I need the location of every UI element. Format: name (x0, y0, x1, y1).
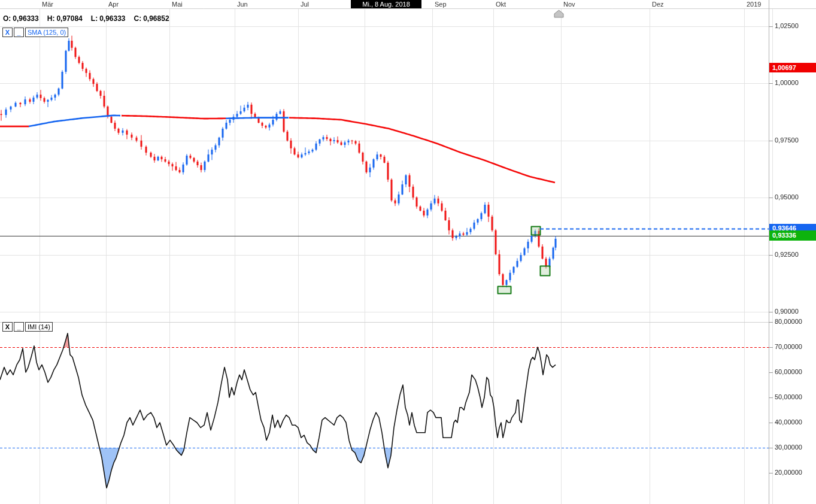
oscillator-axis-label: 80,00000 (775, 318, 802, 325)
price-axis-label: 0,97500 (775, 136, 799, 144)
open-label: O: (3, 14, 11, 23)
high-value: 0,97084 (56, 14, 82, 23)
price-axis-label: 0,95000 (775, 193, 799, 201)
sma-legend: X _ SMA (125, 0) (2, 28, 68, 37)
oscillator-axis-label: 30,00000 (775, 444, 802, 451)
ohlc-readout: O:0,96333H:0,97084L:0,96333C:0,96852 (3, 14, 178, 23)
imi-legend: X _ IMI (14) (2, 322, 53, 332)
low-value: 0,96333 (99, 14, 125, 23)
oscillator-axis-label: 40,00000 (775, 418, 802, 426)
month-label: Sep (435, 0, 447, 8)
month-label: Nov (563, 0, 575, 8)
price-axis-label: 1,02500 (775, 22, 799, 29)
price-axis-label: 1,00000 (775, 79, 799, 86)
month-label: Apr (108, 0, 119, 8)
price-tag: 1,00697 (769, 63, 816, 72)
sma-legend-label[interactable]: SMA (125, 0) (25, 28, 68, 37)
imi-legend-label[interactable]: IMI (14) (25, 322, 53, 332)
imi-close-button[interactable]: X (2, 322, 13, 332)
oscillator-axis-label: 50,00000 (775, 393, 802, 400)
month-label: Mai (172, 0, 183, 8)
price-chart-canvas[interactable] (0, 0, 816, 504)
close-label: C: (134, 14, 142, 23)
month-label: Jul (301, 0, 309, 8)
selected-date-box: Mi., 8 Aug. 2018 (351, 0, 421, 8)
price-axis-label: 0,90000 (775, 308, 799, 315)
low-label: L: (91, 14, 98, 23)
month-label: Mär (42, 0, 53, 8)
sma-minimize-button[interactable]: _ (14, 28, 24, 37)
open-value: 0,96333 (13, 14, 38, 23)
price-tag: 0,93336 (769, 230, 816, 241)
scroll-to-end-marker[interactable] (554, 10, 565, 19)
sma-close-button[interactable]: X (2, 28, 13, 37)
month-label: Jun (237, 0, 248, 8)
price-axis-label: 0,92500 (775, 251, 799, 258)
imi-minimize-button[interactable]: _ (14, 322, 24, 332)
chart-window: MärAprMaiJunJulSepOktNovDez2019 Mi., 8 A… (0, 0, 816, 504)
month-label: 2019 (747, 0, 761, 8)
month-label: Okt (496, 0, 506, 8)
arrow-up-icon (554, 10, 563, 17)
oscillator-axis-label: 20,00000 (775, 469, 802, 476)
oscillator-axis-label: 60,00000 (775, 368, 802, 375)
high-label: H: (47, 14, 55, 23)
month-label: Dez (652, 0, 664, 8)
oscillator-axis-label: 70,00000 (775, 343, 802, 350)
close-value: 0,96852 (143, 14, 169, 23)
